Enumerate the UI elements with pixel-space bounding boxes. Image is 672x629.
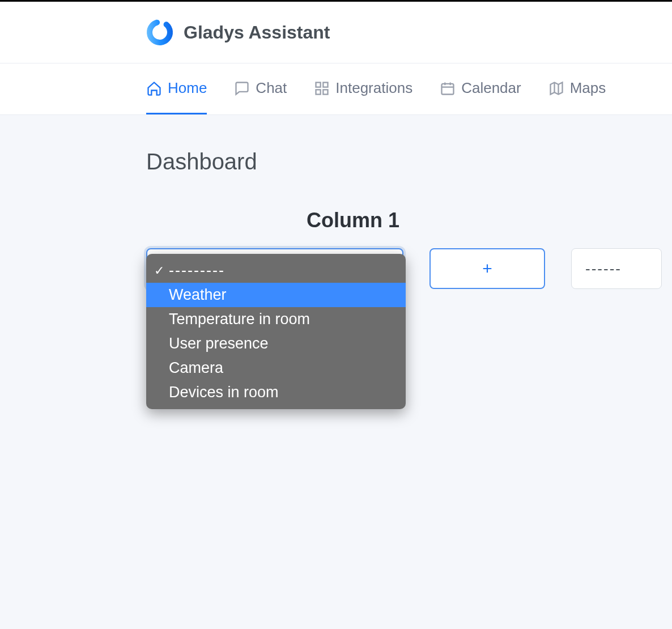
column-header: Column 1 — [146, 209, 560, 232]
app-title: Gladys Assistant — [184, 22, 330, 43]
dropdown-option-devices[interactable]: Devices in room — [146, 380, 406, 405]
dropdown-option-camera[interactable]: Camera — [146, 356, 406, 380]
nav-maps[interactable]: Maps — [548, 63, 606, 114]
add-widget-button[interactable]: + — [429, 248, 545, 289]
dropdown-option-presence[interactable]: User presence — [146, 332, 406, 356]
svg-rect-2 — [324, 82, 328, 87]
chat-icon — [234, 80, 250, 96]
svg-marker-9 — [550, 82, 562, 94]
svg-rect-3 — [316, 90, 321, 94]
nav-calendar[interactable]: Calendar — [440, 63, 521, 114]
svg-point-0 — [146, 19, 173, 46]
map-icon — [548, 80, 564, 96]
column-title: Column 1 — [146, 209, 560, 232]
dropdown-option-temperature[interactable]: Temperature in room — [146, 307, 406, 332]
nav-chat-label: Chat — [256, 79, 287, 97]
page-content: Dashboard Column 1 --------- Weather Tem… — [0, 115, 672, 289]
nav-home-label: Home — [168, 79, 207, 97]
plus-icon: + — [482, 259, 492, 278]
nav-home[interactable]: Home — [146, 63, 207, 114]
nav-calendar-label: Calendar — [461, 79, 521, 97]
calendar-icon — [440, 80, 456, 96]
widget-row: --------- Weather Temperature in room Us… — [146, 248, 672, 289]
next-column-select[interactable]: ------ — [571, 248, 662, 289]
grid-icon — [314, 80, 330, 96]
main-nav: Home Chat Integrations Calendar Maps — [0, 63, 672, 115]
nav-integrations-label: Integrations — [335, 79, 412, 97]
svg-rect-4 — [324, 90, 328, 94]
nav-chat[interactable]: Chat — [234, 63, 287, 114]
nav-maps-label: Maps — [570, 79, 606, 97]
nav-integrations[interactable]: Integrations — [314, 63, 412, 114]
next-column-placeholder: ------ — [585, 260, 622, 278]
widget-type-select-wrap: --------- Weather Temperature in room Us… — [146, 248, 403, 289]
svg-rect-5 — [442, 83, 454, 94]
app-header: Gladys Assistant — [0, 2, 672, 63]
dropdown-option-weather[interactable]: Weather — [146, 283, 406, 307]
svg-rect-1 — [316, 82, 321, 87]
page-title: Dashboard — [146, 149, 672, 175]
app-logo-icon — [146, 19, 173, 46]
dropdown-option-placeholder[interactable]: --------- — [146, 258, 406, 283]
widget-type-dropdown: --------- Weather Temperature in room Us… — [146, 254, 406, 409]
home-icon — [146, 80, 162, 96]
